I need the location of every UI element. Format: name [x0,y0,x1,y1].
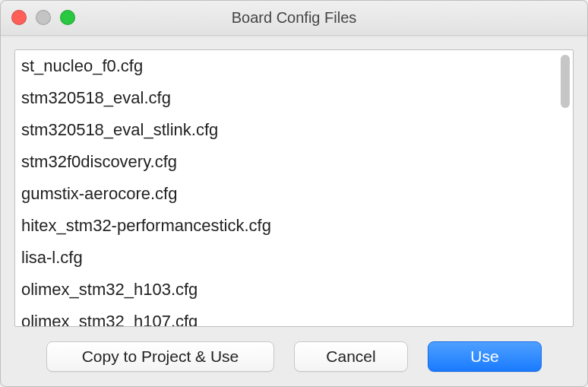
list-item[interactable]: stm32f0discovery.cfg [15,146,573,178]
list-item[interactable]: stm320518_eval_stlink.cfg [15,114,573,146]
list-item[interactable]: gumstix-aerocore.cfg [15,178,573,210]
list-item[interactable]: st_nucleo_f0.cfg [15,50,573,82]
list-item[interactable]: olimex_stm32_h103.cfg [15,274,573,306]
titlebar: Board Config Files [1,1,587,36]
window-title: Board Config Files [232,9,357,27]
zoom-icon[interactable] [60,10,75,25]
dialog-window: Board Config Files st_nucleo_f0.cfg stm3… [0,0,588,387]
file-list-scroll[interactable]: st_nucleo_f0.cfg stm320518_eval.cfg stm3… [15,50,573,326]
close-icon[interactable] [11,10,27,25]
list-item[interactable]: hitex_stm32-performancestick.cfg [15,210,573,242]
list-item[interactable]: lisa-l.cfg [15,242,573,274]
minimize-icon[interactable] [36,10,51,25]
list-item[interactable]: stm320518_eval.cfg [15,82,573,114]
file-listbox[interactable]: st_nucleo_f0.cfg stm320518_eval.cfg stm3… [14,49,574,327]
button-bar: Copy to Project & Use Cancel Use [1,327,587,386]
content-area: st_nucleo_f0.cfg stm320518_eval.cfg stm3… [1,36,587,327]
copy-to-project-and-use-button[interactable]: Copy to Project & Use [46,341,274,372]
cancel-button[interactable]: Cancel [294,341,408,372]
traffic-lights [11,10,75,25]
list-item[interactable]: olimex_stm32_h107.cfg [15,306,573,326]
use-button[interactable]: Use [428,341,542,372]
scrollbar-thumb[interactable] [561,55,570,108]
